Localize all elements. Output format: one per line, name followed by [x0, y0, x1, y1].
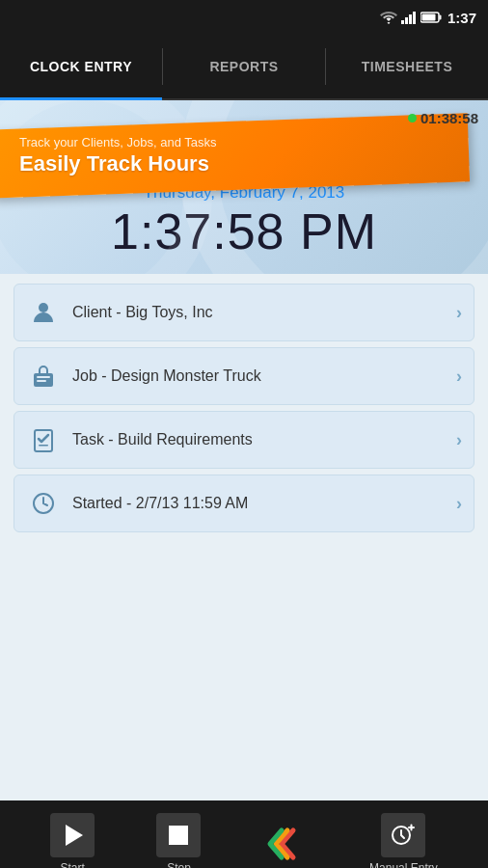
svg-rect-11 — [37, 380, 46, 382]
started-icon — [26, 486, 61, 521]
main-content: 01:38:58 Track your Clients, Jobs, and T… — [0, 100, 488, 800]
status-icons — [380, 11, 442, 24]
brand-chevrons-icon — [264, 823, 307, 865]
status-bar: 1:37 — [0, 0, 488, 35]
svg-rect-5 — [439, 15, 441, 20]
svg-rect-6 — [421, 14, 435, 21]
started-chevron: › — [456, 494, 462, 514]
client-text: Client - Big Toys, Inc — [72, 304, 445, 321]
stop-button[interactable]: Stop — [156, 813, 201, 868]
wifi-icon — [380, 11, 397, 24]
tab-reports[interactable]: REPORTS — [163, 35, 325, 98]
tab-timesheets[interactable]: TIMESHEETS — [326, 35, 488, 98]
banner-area: 01:38:58 Track your Clients, Jobs, and T… — [0, 100, 488, 274]
manual-entry-button[interactable]: Manual Entry — [369, 813, 438, 868]
client-row[interactable]: Client - Big Toys, Inc › — [14, 284, 474, 341]
manual-entry-icon — [389, 821, 418, 850]
elapsed-timer: 01:38:58 — [408, 110, 478, 126]
task-text: Task - Build Requirements — [72, 431, 445, 448]
banner-maintext: Easily Track Hours — [19, 151, 449, 176]
stop-label: Stop — [167, 861, 191, 868]
play-icon — [66, 825, 83, 846]
signal-icon — [401, 11, 417, 24]
task-row[interactable]: Task - Build Requirements › — [14, 411, 474, 469]
svg-rect-3 — [413, 12, 416, 24]
svg-point-7 — [39, 303, 48, 312]
started-text: Started - 2/7/13 11:59 AM — [72, 495, 445, 512]
svg-rect-0 — [401, 20, 404, 24]
task-icon — [26, 422, 61, 457]
job-chevron: › — [456, 366, 462, 387]
svg-rect-13 — [39, 445, 48, 447]
entry-rows: Client - Big Toys, Inc › Job - Design Mo… — [0, 274, 488, 542]
banner-subtext: Track your Clients, Jobs, and Tasks — [19, 135, 449, 149]
battery-icon — [420, 12, 442, 23]
task-chevron: › — [456, 430, 462, 450]
job-icon — [26, 359, 61, 393]
timer-dot — [408, 114, 417, 122]
job-text: Job - Design Monster Truck — [72, 367, 445, 385]
stop-icon — [169, 826, 188, 845]
svg-rect-10 — [37, 376, 50, 378]
start-label: Start — [60, 861, 84, 868]
manual-entry-label: Manual Entry — [369, 861, 438, 868]
job-row[interactable]: Job - Design Monster Truck › — [14, 347, 474, 405]
start-button[interactable]: Start — [50, 813, 95, 868]
bottom-toolbar: Start Stop Manual Entry — [0, 800, 488, 868]
tab-clock-entry[interactable]: CLOCK ENTRY — [0, 35, 162, 98]
clock-display: 1:37:58 PM — [0, 203, 488, 264]
client-icon — [26, 295, 61, 330]
status-time: 1:37 — [447, 10, 476, 26]
tab-bar: CLOCK ENTRY REPORTS TIMESHEETS — [0, 35, 488, 100]
client-chevron: › — [456, 303, 462, 323]
started-row[interactable]: Started - 2/7/13 11:59 AM › — [14, 475, 474, 532]
svg-rect-2 — [409, 14, 412, 24]
svg-rect-1 — [405, 17, 408, 24]
brand-icon-button[interactable] — [263, 822, 308, 866]
